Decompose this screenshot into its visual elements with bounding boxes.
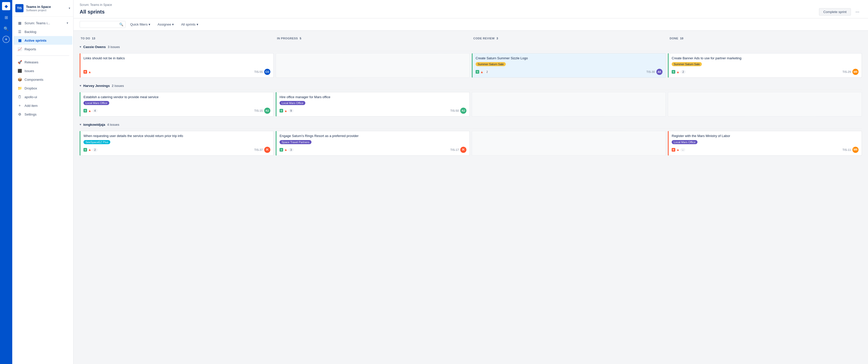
- story-icon: S: [475, 70, 479, 74]
- card-tis-29-right: TIS-29 MR: [842, 69, 859, 75]
- card-tis-11[interactable]: Register with the Mars Ministry of Labor…: [668, 131, 862, 156]
- bug-icon: B: [672, 148, 675, 151]
- card-tis-55-id: TIS-55: [254, 70, 263, 73]
- card-tis-11-tag: Local Mars Office: [672, 140, 698, 144]
- card-tis-37[interactable]: When requesting user details the service…: [80, 131, 274, 156]
- assignee-button[interactable]: Assignee ▾: [155, 21, 177, 28]
- sidebar-item-dropbox-label: Dropbox: [25, 86, 37, 90]
- priority-high-icon: ▲: [88, 70, 91, 74]
- swimlane-cassie-name: Cassie Owens: [83, 45, 106, 49]
- quick-filters-chevron-icon: ▾: [149, 23, 150, 26]
- card-tis-17[interactable]: Engage Saturn's Rings Resort as a prefer…: [276, 131, 470, 156]
- card-tis-29-tag: Summer Saturn Sale: [672, 62, 702, 66]
- card-tis-29[interactable]: Create Banner Ads to use for partner mar…: [668, 53, 862, 78]
- sidebar-item-releases[interactable]: 🚀 Releases: [13, 58, 72, 66]
- story-icon: S: [84, 148, 87, 151]
- card-tis-11-count: -: [681, 148, 685, 151]
- swimlane-chevron-icon: ▾: [80, 84, 81, 87]
- app-logo[interactable]: ◆: [2, 2, 10, 10]
- search-input[interactable]: [82, 23, 118, 26]
- sidebar-item-issues[interactable]: ⬛ Issues: [13, 66, 72, 75]
- card-tis-15-count: 4: [92, 109, 97, 112]
- card-tis-30-count: 2: [485, 70, 490, 74]
- sidebar-item-scrum[interactable]: ▦ Scrum: Teams i... ▾: [13, 19, 72, 27]
- story-icon: S: [280, 109, 283, 112]
- harvey-done-empty: [668, 92, 862, 117]
- card-tis-11-title: Register with the Mars Ministry of Labor: [672, 134, 859, 138]
- sidebar-item-active-sprints[interactable]: ▦ Active sprints: [13, 36, 72, 45]
- card-tis-55-title: Links should not be in italics: [84, 56, 270, 66]
- card-tis-50-title: Hire office manager for Mars office: [280, 95, 466, 100]
- card-tis-11-id: TIS-11: [842, 148, 851, 151]
- sidebar-item-components[interactable]: 📦 Components: [13, 75, 72, 84]
- page-title: All sprints: [80, 9, 105, 15]
- story-icon: S: [84, 109, 87, 112]
- search-icon: 🔍: [119, 23, 123, 26]
- project-sub: Software project: [26, 9, 66, 12]
- card-tis-15-left: S ▲ 4: [84, 109, 97, 113]
- col-header-inprogress: IN PROGRESS 5: [276, 35, 469, 42]
- nav-rail: ◆ ⊞ 🔍 +: [0, 0, 12, 364]
- card-tis-11-footer: B ▲ - TIS-11 MR: [672, 147, 859, 153]
- more-options-button[interactable]: ···: [853, 8, 862, 16]
- sidebar-item-add[interactable]: ＋ Add item: [13, 101, 72, 110]
- swimlane-harvey: ▾ Harvey Jennings 2 issues Establish a c…: [80, 82, 862, 117]
- sidebar-item-backlog[interactable]: ☰ Backlog: [13, 27, 72, 36]
- card-tis-30[interactable]: Create Saturn Summer Sizzle Logo Summer …: [472, 53, 666, 78]
- sidebar-item-reports-label: Reports: [25, 47, 36, 51]
- priority-high-icon: ▲: [284, 148, 287, 151]
- story-icon: S: [672, 70, 675, 74]
- sidebar-item-settings[interactable]: ⚙ Settings: [13, 110, 72, 119]
- components-icon: 📦: [18, 77, 22, 82]
- nav-search-icon[interactable]: 🔍: [2, 25, 10, 33]
- sidebar-header: TIS Teams in Space Software project ▾: [12, 0, 73, 17]
- card-tis-55[interactable]: Links should not be in italics B ▲ TIS-5…: [80, 53, 274, 78]
- sidebar-item-dropbox[interactable]: 📁 Dropbox: [13, 84, 72, 92]
- swimlane-iong-cards: When requesting user details the service…: [80, 131, 862, 156]
- avatar-cassie: CO: [264, 69, 270, 75]
- swimlane-cassie: ▾ Cassie Owens 3 issues Links should not…: [80, 43, 862, 78]
- swimlane-harvey-cards: Establish a catering vendor to provide m…: [80, 92, 862, 117]
- col-header-done: DONE 10: [669, 35, 862, 42]
- issues-icon: ⬛: [18, 68, 22, 73]
- card-tis-37-count: 2: [92, 148, 97, 151]
- complete-sprint-button[interactable]: Complete sprint: [819, 8, 851, 16]
- card-tis-15-title: Establish a catering vendor to provide m…: [84, 95, 270, 100]
- all-sprints-label: All sprints: [181, 23, 195, 26]
- releases-icon: 🚀: [18, 60, 22, 64]
- card-tis-50-id: TIS-50: [450, 109, 459, 112]
- nav-add-button[interactable]: +: [3, 36, 10, 43]
- card-tis-37-left: S ▲ 2: [84, 148, 97, 151]
- swimlane-iong-header[interactable]: ▾ iongkowidjaja 4 issues: [80, 121, 862, 129]
- settings-icon: ⚙: [18, 112, 22, 117]
- sidebar-chevron-icon[interactable]: ▾: [69, 6, 70, 10]
- priority-high-icon: ▲: [284, 109, 287, 113]
- card-tis-30-id: TIS-30: [646, 70, 655, 73]
- column-headers: TO DO 13 IN PROGRESS 5 CODE REVIEW 3 DON…: [80, 35, 862, 43]
- card-tis-30-tag: Summer Saturn Sale: [475, 62, 506, 66]
- nav-home-icon[interactable]: ⊞: [2, 13, 10, 22]
- card-tis-50[interactable]: Hire office manager for Mars office Loca…: [276, 92, 470, 117]
- quick-filters-button[interactable]: Quick filters ▾: [128, 21, 153, 28]
- card-tis-37-footer: S ▲ 2 TIS-37 IK: [84, 147, 270, 153]
- card-tis-29-footer: S ▲ 2 TIS-29 MR: [672, 69, 859, 75]
- swimlane-chevron-icon: ▾: [80, 123, 81, 126]
- all-sprints-button[interactable]: All sprints ▾: [179, 21, 201, 28]
- card-tis-37-tag: SeeSpaceEZ Plus: [84, 140, 110, 144]
- priority-high-icon: ▲: [88, 109, 91, 113]
- sidebar-item-reports[interactable]: 📈 Reports: [13, 45, 72, 53]
- card-tis-55-right: TIS-55 CO: [254, 69, 270, 75]
- card-tis-17-id: TIS-17: [450, 148, 459, 151]
- swimlane-harvey-header[interactable]: ▾ Harvey Jennings 2 issues: [80, 82, 862, 90]
- card-tis-15[interactable]: Establish a catering vendor to provide m…: [80, 92, 274, 117]
- project-icon: TIS: [15, 4, 24, 12]
- sidebar-item-apollo-ui[interactable]: 🗒 apollo-ui: [13, 92, 72, 101]
- swimlane-cassie-header[interactable]: ▾ Cassie Owens 3 issues: [80, 43, 862, 51]
- swimlane-chevron-icon: ▾: [80, 45, 81, 49]
- card-tis-37-title: When requesting user details the service…: [84, 134, 270, 138]
- card-tis-29-title: Create Banner Ads to use for partner mar…: [672, 56, 859, 61]
- avatar-hj2: HJ: [460, 108, 466, 114]
- card-tis-11-left: B ▲ -: [672, 148, 685, 151]
- card-tis-50-right: TIS-50 HJ: [450, 108, 466, 114]
- card-tis-15-id: TIS-15: [254, 109, 263, 112]
